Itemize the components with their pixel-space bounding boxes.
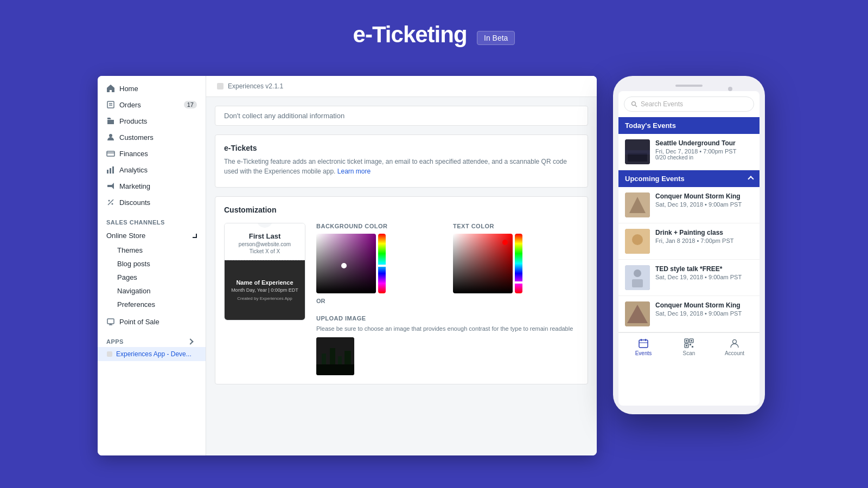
marketing-icon <box>106 182 115 190</box>
ticket-preview: First Last person@website.com Ticket X o… <box>224 223 305 320</box>
phone-speaker <box>675 85 703 87</box>
svg-rect-27 <box>625 150 650 155</box>
nav-account[interactable]: Account <box>712 337 757 356</box>
bg-gradient-picker[interactable] <box>316 234 376 293</box>
breadcrumb-icon <box>217 83 224 89</box>
qr-icon <box>683 337 695 349</box>
admin-content: Experiences v2.1.1 Don't collect any add… <box>206 76 597 455</box>
sales-channels-label: Sales channels <box>98 215 206 228</box>
etickets-section: e-Tickets The e-Ticketing feature adds a… <box>215 134 588 188</box>
text-gradient-picker[interactable] <box>453 234 513 293</box>
sidebar-item-orders[interactable]: Orders 17 <box>98 97 206 113</box>
event-painting-name: Drink + Painting class <box>655 229 753 236</box>
svg-rect-47 <box>690 344 691 345</box>
bg-color-picker[interactable] <box>316 234 442 293</box>
conquer2-image <box>625 301 650 326</box>
svg-rect-15 <box>107 351 112 357</box>
event-ted-details: TED style talk *FREE* Sat, Dec 19, 2018 … <box>655 265 753 280</box>
event-item-conquer2[interactable]: Conquer Mount Storm King Sat, Dec 19, 20… <box>618 296 760 332</box>
text-color-strip[interactable] <box>515 234 522 293</box>
svg-point-33 <box>634 269 641 277</box>
text-color-picker[interactable] <box>453 234 579 293</box>
today-events-header: Today's Events <box>618 117 760 134</box>
svg-point-31 <box>632 234 643 245</box>
online-store-expand[interactable]: Online Store <box>98 228 206 243</box>
text-color-group: TEXT COLOR <box>453 223 579 293</box>
sidebar-item-analytics[interactable]: Analytics <box>98 162 206 178</box>
conquer1-thumb <box>625 192 650 217</box>
event-conquer1-details: Conquer Mount Storm King Sat, Dec 19, 20… <box>655 192 753 208</box>
sidebar-sub-blog[interactable]: Blog posts <box>98 257 206 271</box>
upcoming-collapse-icon[interactable] <box>748 176 754 182</box>
event-conquer1-date: Sat, Dec 19, 2018 • 9:00am PST <box>655 201 753 208</box>
sidebar-item-customers[interactable]: Customers <box>98 129 206 145</box>
text-strip-handle <box>514 281 524 284</box>
sidebar-sub-navigation[interactable]: Navigation <box>98 284 206 298</box>
svg-point-9 <box>108 200 110 202</box>
event-seattle-checkin: 0/20 checked in <box>655 155 753 160</box>
sidebar-sub-pages[interactable]: Pages <box>98 271 206 284</box>
pos-icon <box>106 317 115 326</box>
event-conquer2-date: Sat, Dec 19, 2018 • 9:00am PST <box>655 310 753 317</box>
ted-image <box>625 265 650 290</box>
page-title: e-Ticketing <box>353 22 467 48</box>
sidebar-sub-preferences[interactable]: Preferences <box>98 298 206 311</box>
search-icon <box>631 101 637 107</box>
sidebar-item-products[interactable]: Products <box>98 113 206 129</box>
event-ted-name: TED style talk *FREE* <box>655 265 753 273</box>
event-conquer2-name: Conquer Mount Storm King <box>655 301 753 309</box>
seattle-thumb <box>625 139 650 164</box>
event-item-seattle[interactable]: Seattle Underground Tour Fri, Dec 7, 201… <box>618 134 760 170</box>
nav-events[interactable]: Events <box>621 337 666 356</box>
discounts-icon <box>106 198 115 207</box>
svg-rect-46 <box>686 345 687 346</box>
svg-rect-48 <box>692 346 693 348</box>
sidebar-sub-themes[interactable]: Themes <box>98 243 206 257</box>
apps-label: Apps <box>98 334 206 347</box>
phone-search-bar[interactable]: Search Events <box>624 97 754 112</box>
sidebar-item-marketing[interactable]: Marketing <box>98 178 206 194</box>
content-header: Experiences v2.1.1 <box>206 76 597 97</box>
event-item-painting[interactable]: Drink + Painting class Fri, Jan 8 2018 •… <box>618 223 760 260</box>
thumbnail-image <box>316 337 354 375</box>
expand-icon <box>193 234 197 238</box>
svg-rect-37 <box>639 340 648 348</box>
bg-color-strip[interactable] <box>378 234 386 293</box>
sidebar-item-pos[interactable]: Point of Sale <box>98 313 206 330</box>
orders-badge: 17 <box>184 101 197 108</box>
bg-color-dot <box>341 263 347 268</box>
ticket-info: Ticket X of X <box>231 248 298 254</box>
event-item-ted[interactable]: TED style talk *FREE* Sat, Dec 19, 2018 … <box>618 260 760 296</box>
event-ted-date: Sat, Dec 19, 2018 • 9:00am PST <box>655 274 753 280</box>
sidebar-item-discounts[interactable]: Discounts <box>98 194 206 210</box>
painting-thumb <box>625 229 650 254</box>
svg-rect-34 <box>632 279 643 287</box>
experiences-app-item[interactable]: Experiences App - Deve... <box>98 347 206 361</box>
event-conquer2-details: Conquer Mount Storm King Sat, Dec 19, 20… <box>655 301 753 317</box>
etickets-title: e-Tickets <box>224 144 579 152</box>
sidebar-item-finances[interactable]: Finances <box>98 145 206 162</box>
breadcrumb: Experiences v2.1.1 <box>228 82 283 90</box>
ticket-email: person@website.com <box>231 241 298 247</box>
customization-title: Customization <box>224 206 579 214</box>
upload-thumbnail[interactable] <box>316 337 354 375</box>
svg-rect-7 <box>110 168 111 174</box>
svg-rect-6 <box>107 170 108 174</box>
conquer1-image <box>625 192 650 217</box>
svg-point-10 <box>112 203 113 205</box>
color-upload-area: BACKGROUND COLOR <box>316 223 579 375</box>
event-seattle-date: Fri, Dec 7, 2018 • 7:00pm PST <box>655 148 753 155</box>
ticket-top: First Last person@website.com Ticket X o… <box>225 223 305 260</box>
learn-more-link[interactable]: Learn more <box>337 168 371 175</box>
beta-badge: In Beta <box>477 31 515 45</box>
nav-scan[interactable]: Scan <box>666 337 712 356</box>
bg-color-label: BACKGROUND COLOR <box>316 223 442 229</box>
event-item-conquer1[interactable]: Conquer Mount Storm King Sat, Dec 19, 20… <box>618 187 760 223</box>
svg-rect-44 <box>686 340 687 342</box>
orders-icon <box>106 100 115 109</box>
page-header: e-Ticketing In Beta <box>0 0 868 64</box>
sidebar-item-home[interactable]: Home <box>98 80 206 97</box>
background-color-group: BACKGROUND COLOR <box>316 223 442 293</box>
color-pickers: BACKGROUND COLOR <box>316 223 579 293</box>
ticket-name: First Last <box>231 232 298 240</box>
